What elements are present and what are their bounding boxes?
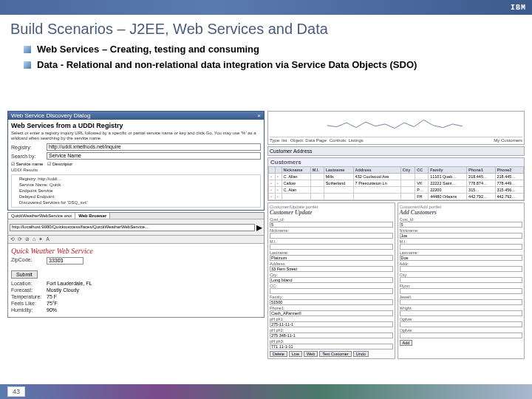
field-input[interactable]: 33 Fern Street: [270, 266, 393, 272]
tree-item[interactable]: Service Name: Quick: [13, 183, 259, 188]
form-button[interactable]: Delete: [270, 351, 287, 357]
field-input[interactable]: [400, 310, 523, 316]
tree-item[interactable]: Registry: http://uddi…: [13, 177, 259, 183]
zip-input[interactable]: 33303: [47, 257, 83, 265]
form-button[interactable]: Web: [304, 351, 318, 357]
bullet-text: Data - Relational and non-relational dat…: [37, 59, 417, 70]
form-button[interactable]: Add: [400, 340, 413, 346]
tree-item[interactable]: Delayed Endpoint: [13, 194, 259, 200]
field-input[interactable]: Doe: [400, 255, 523, 261]
field-input[interactable]: Platinum: [270, 255, 393, 261]
fwd-icon[interactable]: ⟳: [18, 236, 22, 242]
form-field: pH ph2:275.348-11-1: [270, 328, 393, 338]
field-input[interactable]: 5: [270, 222, 393, 228]
update-form: Customer/Update portlet Customer Update …: [267, 202, 395, 359]
form-field: City:Long Island: [270, 273, 393, 283]
form-field: pH ph3:771.11-1-11: [270, 339, 393, 349]
form-field: Family:51500: [270, 295, 393, 305]
table-row[interactable]: ◦◦CallowSutherland7 Prescotteton LnVK222…: [269, 180, 524, 187]
field-input[interactable]: Long Island: [270, 277, 393, 283]
bullet-text: Web Services – Creating, testing and con…: [37, 44, 259, 55]
home-icon[interactable]: ⌂: [33, 236, 35, 242]
w-val: 75°F: [47, 301, 58, 306]
field-input[interactable]: [270, 233, 393, 239]
form-field: Lastname:Platinum: [270, 250, 393, 261]
field-input[interactable]: [400, 244, 523, 250]
field-input[interactable]: 275.348-11-1: [270, 332, 393, 338]
field-input[interactable]: [270, 288, 393, 294]
customers-heading: Customers: [268, 158, 524, 166]
footer-bar: [0, 384, 532, 399]
searchby-input[interactable]: Service Name: [47, 152, 261, 160]
browser-panel: QuickWeatherWebService.wsx Web Browser h…: [7, 212, 265, 318]
field-input[interactable]: [400, 299, 523, 305]
fav-icon[interactable]: ✦: [38, 236, 43, 242]
tab-browser[interactable]: Web Browser: [75, 213, 110, 219]
w-label: Location:: [11, 281, 47, 286]
tab-wsx[interactable]: QuickWeatherWebService.wsx: [8, 213, 75, 219]
url-input[interactable]: http://localhost:9080/Quicksuccess/faces…: [10, 224, 255, 231]
form-field: Cust_id:5: [270, 217, 393, 228]
table-row[interactable]: ◦◦FH44480 Orleans442.792…442.792…: [269, 194, 524, 200]
page-number: 43: [7, 386, 25, 397]
bullet-list: Web Services – Creating, testing and con…: [0, 44, 532, 70]
w-label: Humidity:: [11, 307, 47, 313]
w-label: Forecast:: [11, 287, 47, 293]
form-button[interactable]: Undo: [353, 351, 369, 357]
uddi-results-tree[interactable]: Registry: http://uddi… Service Name: Qui…: [11, 174, 261, 208]
page-title: Build Scenarios – J2EE, Web Services and…: [0, 15, 532, 44]
field-input[interactable]: Joe: [400, 233, 523, 239]
registry-label: Registry:: [11, 145, 47, 150]
screenshot-collage: Web Service Discovery Dialog × Web Servi…: [7, 111, 525, 377]
form-field: Lastname:Doe: [400, 250, 523, 261]
field-input[interactable]: 771.11-1-11: [270, 344, 393, 349]
form-field: Phone1:Cash_APartnerII: [270, 306, 393, 316]
results-label: UDDI Results: [11, 168, 261, 172]
tree-item[interactable]: Endpoint Service: [13, 188, 259, 194]
table-row[interactable]: ◦◦C. AllanMills432 Coolwood Ave11101 Que…: [269, 174, 524, 180]
font-icon[interactable]: A: [46, 236, 50, 242]
field-input[interactable]: [400, 288, 523, 294]
field-input[interactable]: 5: [400, 222, 523, 228]
w-label: Temperature:: [11, 294, 47, 299]
ibm-logo: IBM: [511, 4, 526, 12]
submit-button[interactable]: Submit: [11, 270, 38, 279]
uddi-dialog: Web Service Discovery Dialog × Web Servi…: [7, 111, 265, 211]
chart-tab[interactable]: Object: Data Page: [290, 138, 327, 143]
tree-item[interactable]: Discovered Services for 'DSQ_svc': [13, 200, 259, 206]
table-header-row: Nickname M.I. Lastname Address City CC F…: [269, 167, 524, 174]
chart-tab[interactable]: Controls: Listings: [330, 138, 364, 143]
form-field: Addr:: [400, 262, 523, 272]
form-field: Ogilvie:: [400, 328, 523, 338]
line-chart: [270, 113, 522, 134]
field-input[interactable]: [400, 277, 523, 283]
close-icon[interactable]: ×: [257, 112, 261, 119]
stop-icon[interactable]: ⊘: [25, 236, 30, 242]
uddi-heading: Web Services from a UDDI Registry: [11, 122, 261, 129]
form-field: Jewell:: [400, 295, 523, 305]
field-input[interactable]: [270, 244, 393, 250]
chart-tab[interactable]: My Customers: [494, 138, 522, 143]
field-input[interactable]: Cash_APartnerII: [270, 310, 393, 316]
field-input[interactable]: [400, 332, 523, 338]
registry-input[interactable]: http://uddi.xmethods.net/inquire: [47, 143, 261, 151]
field-input[interactable]: [400, 321, 523, 327]
addr-label: Customer Address: [270, 149, 313, 154]
form-field: Nickname:: [270, 228, 393, 239]
chart-tab[interactable]: Type: list: [270, 138, 287, 143]
go-icon[interactable]: ▸: [256, 220, 262, 234]
form-button[interactable]: Live: [289, 351, 302, 357]
form-field: CC:: [270, 284, 393, 294]
table-row[interactable]: ◦◦C. AlanP…22200315…315.456…: [269, 187, 524, 194]
form-field: City:: [400, 273, 523, 283]
field-input[interactable]: [400, 266, 523, 272]
form-button[interactable]: Test Customer: [319, 351, 351, 357]
chk-servicename[interactable]: ☑ Service name: [11, 161, 43, 166]
chk-descriptor[interactable]: ☑ Descriptor: [47, 161, 72, 166]
field-input[interactable]: 275-11-11-1: [270, 321, 393, 327]
weather-title: Quick Weather Web Service: [11, 247, 261, 255]
searchby-label: Search by:: [11, 154, 47, 159]
field-input[interactable]: 51500: [270, 299, 393, 305]
back-icon[interactable]: ⟲: [10, 236, 15, 242]
dialog-titlebar: Web Service Discovery Dialog ×: [8, 112, 264, 120]
